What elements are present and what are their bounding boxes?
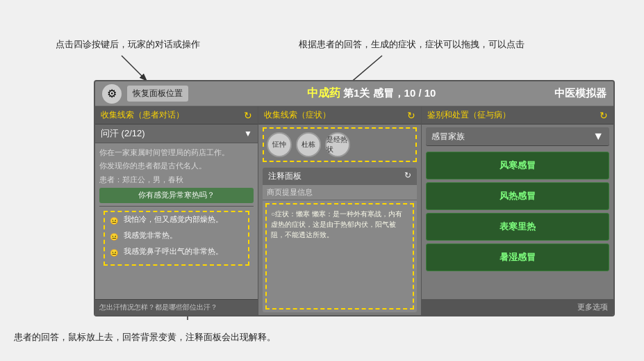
info-panel-title: 注释面板	[268, 170, 302, 182]
header-bar: ⚙ 恢复面板位置 中成药 第1关 感冒，10 / 10 中医模拟器	[95, 81, 613, 106]
disease-dropdown-label: 感冒家族	[431, 131, 465, 143]
left-refresh-icon[interactable]: ↻	[244, 110, 252, 121]
disease-item-1[interactable]: 风热感冒	[426, 182, 609, 210]
mid-column: 收集线索（症状） ↻ 怔忡 杜栋 是经热状 注释面板 ↻ 商页提显信息 ○症状：…	[258, 106, 422, 315]
chat-area: 你在一家束属时间管理局的药店工作。 你发现你的患者都是古代名人。 患者：郑庄公，…	[95, 143, 258, 299]
info-panel: 注释面板 ↻ 商页提显信息 ○症状：懒寒 懒寒：是一种外有寒战，内有虚热的症状，…	[263, 168, 417, 312]
chat-msg-2: 患者：郑庄公，男，春秋	[99, 175, 254, 185]
disease-item-2[interactable]: 表寒里热	[426, 213, 609, 241]
response-text-1: 我感觉非常热。	[124, 230, 177, 241]
dashed-responses: 😐 我怕冷，但又感觉内部燥热。 😐 我感觉非常热。 😐 我感觉鼻子呼出气的非常热…	[104, 211, 249, 266]
left-column: 收集线索（患者对话） ↻ 问汗 (2/12) ▼ 你在一家束属时间管理局的药店工…	[95, 106, 258, 315]
restore-button[interactable]: 恢复面板位置	[127, 86, 188, 102]
right-col-title: 鉴别和处置（征与病）	[427, 109, 511, 121]
disease-item-3[interactable]: 暑湿感冒	[426, 243, 609, 271]
mid-refresh-icon[interactable]: ↻	[407, 110, 415, 121]
annotation-top-right: 根据患者的回答，生成的症状，症状可以拖拽，可以点击	[299, 38, 525, 51]
response-text-2: 我感觉鼻子呼出气的非常热。	[124, 246, 223, 257]
response-item-2[interactable]: 😐 我感觉鼻子呼出气的非常热。	[107, 246, 246, 260]
avatar-2: 😐	[107, 246, 121, 260]
chat-msg-3: 你有感觉异常寒热吗？	[99, 188, 254, 202]
header-right: 中医模拟器	[554, 87, 606, 100]
symptom-tag-1[interactable]: 杜栋	[296, 132, 321, 157]
info-refresh-icon[interactable]: ↻	[404, 170, 411, 182]
header-title-part1: 中成药	[307, 87, 340, 99]
mid-col-title: 收集线索（症状）	[264, 109, 331, 121]
symptom-tags-container: 怔忡 杜栋 是经热状	[263, 127, 417, 162]
right-col-header: 鉴别和处置（征与病） ↻	[422, 106, 613, 125]
right-column: 鉴别和处置（征与病） ↻ 感冒家族 ▼ 风寒感冒 风热感冒 表寒里热 暑湿感冒 …	[422, 106, 613, 315]
disease-dropdown[interactable]: 感冒家族 ▼	[426, 127, 609, 146]
header-center: 中成药 第1关 感冒，10 / 10	[188, 86, 554, 101]
avatar-0: 😐	[107, 214, 121, 228]
left-dropdown-label: 问汗 (2/12)	[101, 127, 145, 140]
columns-container: 收集线索（患者对话） ↻ 问汗 (2/12) ▼ 你在一家束属时间管理局的药店工…	[95, 106, 613, 315]
left-dropdown-arrow: ▼	[244, 129, 252, 138]
response-item-1[interactable]: 😐 我感觉非常热。	[107, 230, 246, 244]
info-panel-content: ○症状：懒寒 懒寒：是一种外有寒战，内有虚热的症状，这是由于热郁内伏，阳气被阻，…	[265, 203, 414, 310]
svg-line-0	[122, 56, 146, 80]
left-bottom-input: 怎出汗情况怎样？都是哪些部位出汗？	[95, 299, 258, 315]
game-window: ⚙ 恢复面板位置 中成药 第1关 感冒，10 / 10 中医模拟器 收集线索（患…	[94, 80, 615, 316]
response-text-0: 我怕冷，但又感觉内部燥热。	[124, 214, 223, 225]
info-panel-sub: 商页提显信息	[263, 185, 417, 200]
symptom-tag-2[interactable]: 是经热状	[325, 132, 350, 157]
left-col-title: 收集线索（患者对话）	[101, 109, 184, 121]
header-title-part2: 第1关 感冒，10 / 10	[343, 87, 436, 99]
gear-button[interactable]: ⚙	[102, 84, 122, 104]
disease-dropdown-arrow: ▼	[593, 130, 604, 143]
chat-msg-1: 你发现你的患者都是古代名人。	[99, 161, 254, 171]
response-item-0[interactable]: 😐 我怕冷，但又感觉内部燥热。	[107, 214, 246, 228]
left-col-header: 收集线索（患者对话） ↻	[95, 106, 258, 125]
bottom-prompt-text: 怎出汗情况怎样？都是哪些部位出汗？	[99, 303, 254, 312]
more-options-button[interactable]: 更多选项	[422, 299, 613, 315]
disease-item-0[interactable]: 风寒感冒	[426, 152, 609, 179]
mid-col-header: 收集线索（症状） ↻	[258, 106, 421, 125]
info-panel-header: 注释面板 ↻	[263, 168, 417, 185]
left-dropdown[interactable]: 问汗 (2/12) ▼	[95, 125, 258, 143]
chat-msg-0: 你在一家束属时间管理局的药店工作。	[99, 147, 254, 158]
annotation-bottom: 患者的回答，鼠标放上去，回答背景变黄，注释面板会出现解释。	[14, 331, 276, 344]
avatar-1: 😐	[107, 230, 121, 244]
annotation-top-left: 点击四诊按键后，玩家的对话或操作	[56, 38, 200, 51]
disease-list: 风寒感冒 风热感冒 表寒里热 暑湿感冒	[422, 149, 613, 299]
right-refresh-icon[interactable]: ↻	[600, 110, 608, 121]
symptom-tag-0[interactable]: 怔忡	[267, 132, 292, 157]
chat-responses: 😐 我怕冷，但又感觉内部燥热。 😐 我感觉非常热。 😐 我感觉鼻子呼出气的非常热…	[99, 206, 254, 270]
